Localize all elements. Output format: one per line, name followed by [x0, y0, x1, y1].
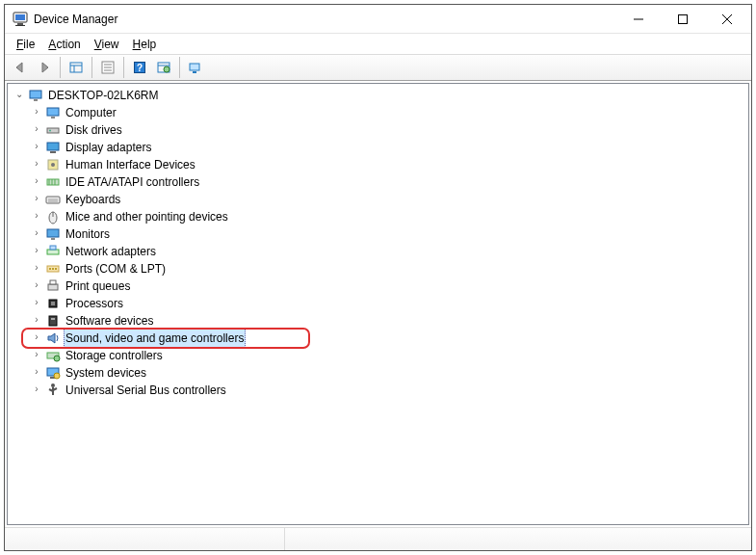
system-icon: [44, 365, 62, 381]
maximize-button[interactable]: [661, 6, 705, 33]
expand-icon[interactable]: ›: [29, 294, 44, 311]
tree-item-label: Disk drives: [64, 121, 124, 139]
back-button[interactable]: [9, 56, 32, 79]
tree-item[interactable]: ›Network adapters: [27, 243, 748, 260]
computer-icon: [27, 88, 44, 103]
tree-item[interactable]: ›Disk drives: [27, 121, 748, 139]
monitor2-icon: [44, 226, 62, 242]
tree-item-label: System devices: [64, 364, 148, 382]
tree-item-label: Keyboards: [64, 191, 122, 208]
show-hide-tree-button[interactable]: [65, 56, 88, 79]
devices-by-connection-button[interactable]: [184, 56, 207, 79]
expand-icon[interactable]: ›: [29, 190, 44, 207]
expand-icon[interactable]: ›: [29, 242, 44, 259]
svg-rect-2: [17, 23, 23, 25]
expand-icon[interactable]: ›: [29, 381, 44, 398]
tree-item[interactable]: ›Human Interface Devices: [27, 156, 748, 173]
menu-action[interactable]: ActionAction: [42, 37, 86, 52]
tree-item[interactable]: ›IDE ATA/ATAPI controllers: [27, 173, 748, 191]
device-manager-window: Device Manager FFileile ActionAction Vie…: [4, 4, 752, 551]
tree-root-label: DESKTOP-02LK6RM: [46, 87, 161, 104]
menubar: FFileile ActionAction ViewView HelpHelp: [5, 34, 751, 54]
disk-icon: [44, 122, 62, 138]
svg-rect-26: [47, 128, 59, 133]
expand-icon[interactable]: ›: [29, 103, 44, 120]
close-button[interactable]: [705, 6, 749, 33]
tree-item-label: Ports (COM & LPT): [64, 260, 168, 278]
expand-icon[interactable]: ›: [29, 225, 44, 242]
svg-point-59: [54, 373, 60, 379]
expand-icon[interactable]: ›: [29, 259, 44, 277]
help-button[interactable]: ?: [128, 56, 151, 79]
scan-hardware-button[interactable]: [152, 56, 175, 79]
expand-icon[interactable]: ›: [29, 311, 44, 329]
toolbar: ?: [5, 54, 751, 81]
svg-rect-1: [15, 14, 25, 20]
tree-item[interactable]: ›Sound, video and game controllers: [27, 330, 748, 347]
expand-icon[interactable]: ›: [29, 120, 44, 138]
printer-icon: [44, 278, 62, 294]
svg-point-19: [164, 66, 169, 72]
expand-icon[interactable]: ›: [29, 329, 44, 346]
svg-rect-41: [47, 229, 59, 237]
expand-icon[interactable]: ›: [29, 155, 44, 172]
menu-view[interactable]: ViewView: [89, 37, 125, 52]
monitor-icon: [44, 105, 62, 120]
tree-item[interactable]: ›Monitors: [27, 225, 748, 243]
svg-rect-25: [51, 117, 55, 119]
svg-rect-44: [50, 246, 56, 250]
tree-item[interactable]: ›Print queues: [27, 278, 748, 295]
expand-icon[interactable]: ›: [29, 277, 44, 294]
svg-point-31: [51, 163, 55, 167]
svg-rect-54: [51, 318, 55, 320]
tree-item[interactable]: ›Ports (COM & LPT): [27, 260, 748, 278]
expand-icon[interactable]: ›: [29, 138, 44, 155]
expand-icon[interactable]: ›: [29, 363, 44, 381]
statusbar: [5, 527, 751, 550]
tree-item[interactable]: ›System devices: [27, 364, 748, 382]
tree-item-label: Computer: [64, 104, 118, 121]
tree-item[interactable]: ›Universal Serial Bus controllers: [27, 382, 748, 399]
sound-icon: [44, 330, 62, 346]
svg-point-56: [54, 356, 60, 361]
svg-rect-49: [48, 284, 58, 290]
tree-item-label: Network adapters: [64, 243, 158, 260]
titlebar[interactable]: Device Manager: [5, 5, 751, 34]
menu-help[interactable]: HelpHelp: [127, 37, 163, 52]
ports-icon: [44, 261, 62, 277]
expand-icon[interactable]: ›: [29, 207, 44, 225]
collapse-icon[interactable]: ⌄: [12, 86, 27, 103]
tree-item-label: Display adapters: [64, 139, 153, 156]
forward-button[interactable]: [33, 56, 56, 79]
window-controls: [616, 6, 749, 33]
svg-rect-29: [50, 151, 56, 153]
expand-icon[interactable]: ›: [29, 172, 44, 190]
tree-item[interactable]: ›Software devices: [27, 312, 748, 330]
menu-file[interactable]: FFileile: [11, 37, 40, 52]
tree-item-label: Monitors: [64, 225, 112, 243]
tree-root[interactable]: ⌄DESKTOP-02LK6RM: [10, 87, 748, 104]
mouse-icon: [44, 209, 62, 225]
tree-item[interactable]: ›Computer: [27, 104, 748, 121]
svg-rect-22: [30, 91, 41, 98]
tree-content[interactable]: ⌄DESKTOP-02LK6RM›Computer›Disk drives›Di…: [7, 83, 749, 525]
tree-item[interactable]: ›Display adapters: [27, 139, 748, 156]
tree-item-label: Mice and other pointing devices: [64, 208, 230, 225]
svg-rect-42: [51, 238, 55, 240]
display-icon: [44, 140, 62, 155]
tree-item[interactable]: ›Mice and other pointing devices: [27, 208, 748, 225]
tree-item[interactable]: ›Keyboards: [27, 191, 748, 208]
svg-rect-20: [190, 64, 199, 70]
svg-rect-24: [47, 108, 59, 116]
svg-text:?: ?: [137, 63, 143, 73]
svg-rect-50: [50, 280, 56, 284]
tree-item[interactable]: ›Processors: [27, 295, 748, 312]
properties-button[interactable]: [96, 56, 119, 79]
tree-item[interactable]: ›Storage controllers: [27, 347, 748, 364]
tree-item-label: Sound, video and game controllers: [64, 329, 246, 348]
expand-icon[interactable]: ›: [29, 346, 44, 363]
svg-rect-43: [47, 250, 59, 254]
hid-icon: [44, 157, 62, 172]
svg-point-47: [52, 268, 54, 270]
minimize-button[interactable]: [616, 6, 661, 33]
